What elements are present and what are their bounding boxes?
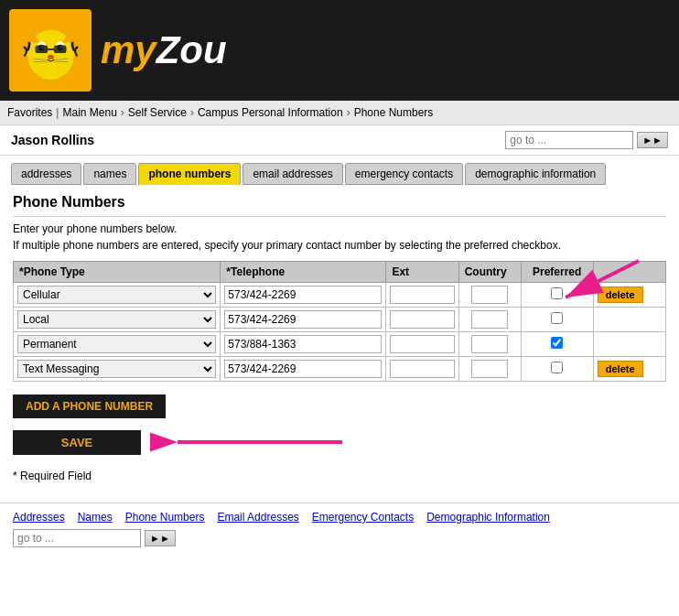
- goto-area: ►►: [505, 131, 668, 149]
- col-header-preferred: Preferred: [521, 262, 593, 283]
- country-input-3[interactable]: [471, 335, 508, 353]
- phone-number-cell-4: [221, 357, 386, 382]
- country-cell-4: [458, 357, 521, 382]
- preferred-checkbox-1[interactable]: [551, 287, 563, 299]
- ext-input-1[interactable]: [390, 286, 454, 304]
- country-input-2[interactable]: [471, 310, 508, 329]
- bottom-link-email-addresses[interactable]: Email Addresses: [217, 511, 298, 524]
- preferred-checkbox-2[interactable]: [551, 312, 563, 324]
- preferred-cell-3: [521, 332, 593, 357]
- phone-number-cell-3: [221, 332, 386, 357]
- tab-emergency-contacts[interactable]: emergency contacts: [345, 163, 463, 185]
- ext-cell-4: [386, 357, 458, 382]
- tab-names[interactable]: names: [83, 163, 136, 185]
- delete-button-4[interactable]: delete: [598, 361, 643, 377]
- svg-point-8: [48, 54, 54, 59]
- breadcrumb: Favorites | Main Menu › Self Service › C…: [0, 101, 679, 125]
- description-2: If multiple phone numbers are entered, s…: [13, 239, 666, 252]
- bottom-link-names[interactable]: Names: [78, 511, 113, 524]
- phone-table: *Phone Type *Telephone Ext Country Prefe…: [13, 261, 666, 382]
- section-title: Phone Numbers: [13, 194, 666, 217]
- bottom-link-phone-numbers[interactable]: Phone Numbers: [125, 511, 205, 524]
- brand-zou: Zou: [156, 28, 227, 71]
- country-cell-2: [458, 308, 521, 332]
- col-header-country: Country: [458, 262, 521, 283]
- phone-type-cell-2: Local Cellular Permanent Text Messaging: [14, 308, 221, 332]
- goto-input[interactable]: [505, 131, 633, 149]
- ext-input-2[interactable]: [390, 310, 454, 329]
- required-note: * Required Field: [13, 470, 666, 482]
- breadcrumb-campus-personal[interactable]: Campus Personal Information: [198, 106, 343, 119]
- country-cell-1: [458, 283, 521, 308]
- preferred-checkbox-3[interactable]: [551, 337, 563, 349]
- breadcrumb-main-menu[interactable]: Main Menu: [62, 106, 116, 119]
- bottom-goto-button[interactable]: ►►: [145, 530, 176, 546]
- tab-phone-numbers[interactable]: phone numbers: [138, 163, 241, 185]
- user-name: Jason Rollins: [11, 133, 94, 147]
- tiger-logo: [9, 9, 92, 92]
- goto-button[interactable]: ►►: [637, 132, 668, 148]
- main-content: Phone Numbers Enter your phone numbers b…: [0, 185, 679, 503]
- bottom-link-demographic-information[interactable]: Demographic Information: [426, 511, 550, 524]
- phone-type-select-1[interactable]: Cellular Local Permanent Text Messaging: [17, 286, 216, 304]
- bottom-link-addresses[interactable]: Addresses: [13, 511, 65, 524]
- ext-cell-3: [386, 332, 458, 357]
- phone-number-input-3[interactable]: [224, 335, 382, 353]
- col-header-ext: Ext: [386, 262, 458, 283]
- svg-rect-11: [35, 45, 48, 53]
- svg-rect-12: [53, 45, 66, 53]
- phone-number-input-1[interactable]: [224, 286, 382, 304]
- delete-button-1[interactable]: delete: [598, 286, 643, 303]
- phone-type-select-4[interactable]: Text Messaging Cellular Local Permanent: [17, 360, 216, 378]
- ext-input-4[interactable]: [390, 360, 454, 378]
- breadcrumb-self-service[interactable]: Self Service: [128, 106, 187, 119]
- action-cell-2: [593, 308, 665, 332]
- tab-addresses[interactable]: addresses: [11, 163, 81, 185]
- col-header-action: [593, 262, 665, 283]
- tabs-bar: addresses names phone numbers email addr…: [0, 156, 679, 185]
- table-row: Permanent Cellular Local Text Messaging: [14, 332, 666, 357]
- phone-type-cell-1: Cellular Local Permanent Text Messaging: [14, 283, 221, 308]
- logo-area: myZou: [9, 9, 227, 92]
- tab-demographic-information[interactable]: demographic information: [465, 163, 606, 185]
- preferred-checkbox-4[interactable]: [551, 362, 563, 373]
- country-input-4[interactable]: [471, 360, 508, 378]
- country-cell-3: [458, 332, 521, 357]
- breadcrumb-sep-1: |: [56, 106, 59, 119]
- breadcrumb-favorites[interactable]: Favorites: [7, 106, 52, 119]
- brand-title: myZou: [101, 28, 227, 72]
- action-cell-4: delete: [593, 357, 665, 382]
- phone-number-input-2[interactable]: [224, 310, 382, 329]
- save-button[interactable]: Save: [13, 430, 141, 455]
- save-arrow-annotation: [150, 424, 351, 460]
- tab-email-addresses[interactable]: email addresses: [242, 163, 342, 185]
- description-1: Enter your phone numbers below.: [13, 222, 666, 235]
- col-header-phone: *Telephone: [221, 262, 386, 283]
- save-area: Save: [13, 424, 666, 460]
- ext-cell-2: [386, 308, 458, 332]
- brand-my: my: [101, 28, 156, 71]
- phone-type-select-3[interactable]: Permanent Cellular Local Text Messaging: [17, 335, 216, 353]
- col-header-type: *Phone Type: [14, 262, 221, 283]
- breadcrumb-arrow-1: ›: [121, 106, 124, 119]
- phone-number-cell-2: [221, 308, 386, 332]
- ext-cell-1: [386, 283, 458, 308]
- page-header: myZou: [0, 0, 679, 101]
- breadcrumb-current: Phone Numbers: [354, 106, 434, 119]
- table-row: Local Cellular Permanent Text Messaging: [14, 308, 666, 332]
- add-phone-button[interactable]: Add A Phone Number: [13, 394, 166, 418]
- ext-input-3[interactable]: [390, 335, 454, 353]
- bottom-nav: Addresses Names Phone Numbers Email Addr…: [0, 503, 679, 551]
- bottom-goto-input[interactable]: [13, 529, 141, 547]
- phone-number-input-4[interactable]: [224, 360, 382, 378]
- table-row: Cellular Local Permanent Text Messaging: [14, 283, 666, 308]
- phone-type-select-2[interactable]: Local Cellular Permanent Text Messaging: [17, 310, 216, 329]
- preferred-cell-1: [521, 283, 593, 308]
- bottom-goto-area: ►►: [13, 529, 666, 547]
- action-cell-3: [593, 332, 665, 357]
- phone-number-cell-1: [221, 283, 386, 308]
- country-input-1[interactable]: [471, 286, 508, 304]
- preferred-cell-4: [521, 357, 593, 382]
- action-cell-1: delete: [593, 283, 665, 308]
- bottom-link-emergency-contacts[interactable]: Emergency Contacts: [312, 511, 414, 524]
